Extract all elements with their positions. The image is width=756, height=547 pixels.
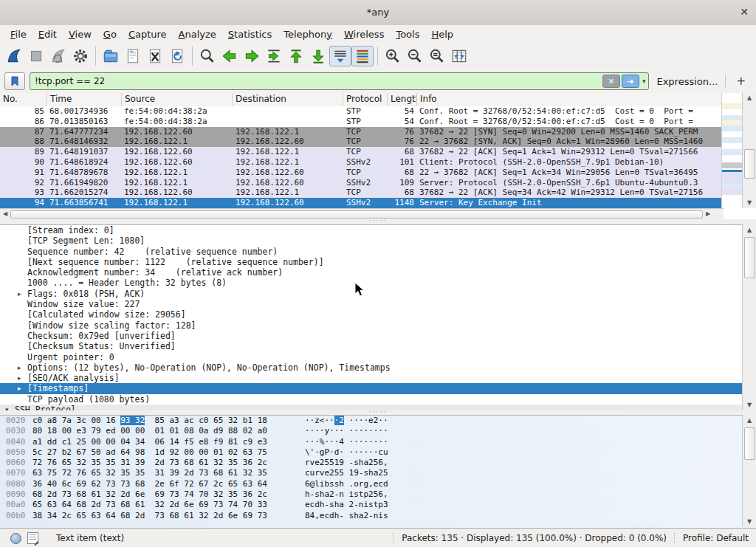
ascii-bytes[interactable]: 6@libssh .org,ecd bbox=[305, 479, 388, 489]
close-file-icon[interactable] bbox=[144, 45, 166, 67]
detail-line[interactable]: [TCP Segment Len: 1080] bbox=[0, 235, 743, 246]
menu-help[interactable]: Help bbox=[425, 27, 459, 41]
collapsed-arrow-icon[interactable]: ▸ bbox=[18, 289, 25, 299]
detail-line[interactable]: Sequence number: 42 (relative sequence n… bbox=[0, 247, 743, 257]
resize-columns-icon[interactable] bbox=[448, 45, 470, 67]
hex-bytes[interactable]: a1 dd c1 25 00 00 04 34 06 14 f5 e8 f9 8… bbox=[32, 437, 267, 447]
detail-line[interactable]: [Checksum Status: Unverified] bbox=[0, 341, 743, 351]
collapsed-arrow-icon[interactable]: ▸ bbox=[18, 373, 25, 383]
scroll-up-icon[interactable]: ▲ bbox=[743, 93, 756, 103]
hex-bytes[interactable]: 68 2d 73 68 61 32 2d 6e 69 73 74 70 32 3… bbox=[32, 489, 267, 500]
colorize-icon[interactable] bbox=[351, 46, 374, 66]
menu-capture[interactable]: Capture bbox=[123, 27, 173, 41]
scroll-up-icon[interactable]: ▲ bbox=[743, 225, 756, 235]
zoom-in-icon[interactable] bbox=[382, 45, 404, 67]
hex-row[interactable]: 008036 40 6c 69 62 73 73 68 2e 6f 72 67 … bbox=[0, 479, 743, 489]
collapsed-arrow-icon[interactable]: ▸ bbox=[18, 383, 25, 393]
expert-info-icon[interactable] bbox=[10, 533, 21, 544]
go-first-icon[interactable] bbox=[285, 45, 307, 67]
ascii-bytes[interactable]: rve25519 -sha256, bbox=[305, 458, 388, 468]
hex-bytes[interactable]: c0 a8 7a 3c 00 16 93 32 85 a3 ac c0 65 3… bbox=[32, 416, 267, 426]
go-last-icon[interactable] bbox=[307, 45, 329, 67]
detail-line[interactable]: [Calculated window size: 29056] bbox=[0, 309, 743, 320]
menu-go[interactable]: Go bbox=[97, 27, 123, 41]
filter-dropdown-caret-icon[interactable]: ▾ bbox=[642, 78, 646, 85]
hex-row[interactable]: 00b038 34 2c 65 63 64 68 2d 73 68 61 32 … bbox=[0, 511, 743, 521]
menu-wireless[interactable]: Wireless bbox=[338, 27, 390, 41]
pane-splitter-top[interactable]: ····· bbox=[0, 219, 756, 224]
hex-bytes[interactable]: 65 63 64 68 2d 73 68 61 32 2d 6e 69 73 7… bbox=[32, 500, 267, 510]
auto-scroll-icon[interactable] bbox=[329, 46, 351, 66]
packet-row[interactable]: 9271.661949820192.168.122.1192.168.122.6… bbox=[0, 178, 722, 188]
packet-row[interactable]: 9471.663856741192.168.122.1192.168.122.6… bbox=[0, 198, 722, 208]
ascii-bytes[interactable]: ··z<···2 ····e2·· bbox=[305, 416, 388, 426]
restart-capture-icon[interactable] bbox=[47, 45, 69, 67]
capture-comment-icon[interactable] bbox=[27, 532, 38, 544]
menu-file[interactable]: File bbox=[4, 27, 32, 41]
hex-row[interactable]: 00a065 63 64 68 2d 73 68 61 32 2d 6e 69 … bbox=[0, 500, 743, 510]
hex-row[interactable]: 0040a1 dd c1 25 00 00 04 34 06 14 f5 e8 … bbox=[0, 437, 743, 447]
hscrollbar-thumb[interactable] bbox=[10, 210, 703, 219]
packet-list-vscrollbar[interactable]: ▲ ▼ bbox=[742, 93, 756, 208]
scroll-down-icon[interactable]: ▼ bbox=[743, 517, 756, 527]
hex-bytes[interactable]: 5c 27 b2 67 50 ad 64 98 1d 92 00 00 01 0… bbox=[32, 447, 267, 458]
scroll-right-icon[interactable]: ▶ bbox=[703, 209, 713, 219]
hex-bytes[interactable]: 80 18 00 e3 79 ed 00 00 01 01 08 0a d9 8… bbox=[32, 426, 267, 436]
hex-bytes[interactable]: 36 40 6c 69 62 73 73 68 2e 6f 72 67 2c 6… bbox=[32, 479, 267, 489]
details-vscrollbar[interactable]: ▲ ▼ bbox=[742, 225, 756, 410]
packet-row[interactable]: 8771.647777234192.168.122.60192.168.122.… bbox=[0, 127, 722, 137]
menu-edit[interactable]: Edit bbox=[32, 27, 63, 41]
vscrollbar-thumb[interactable] bbox=[744, 427, 755, 460]
ascii-bytes[interactable]: ecdh-sha 2-nistp3 bbox=[305, 500, 388, 510]
scroll-up-icon[interactable]: ▲ bbox=[743, 416, 756, 426]
bytes-vscrollbar[interactable]: ▲ ▼ bbox=[742, 416, 756, 527]
hex-bytes[interactable]: 72 76 65 32 35 35 31 39 2d 73 68 61 32 3… bbox=[32, 458, 267, 468]
menu-analyze[interactable]: Analyze bbox=[173, 27, 222, 41]
detail-line[interactable]: Window size value: 227 bbox=[0, 299, 743, 309]
ascii-bytes[interactable]: h-sha2-n istp256, bbox=[305, 489, 388, 500]
menu-statistics[interactable]: Statistics bbox=[222, 27, 278, 41]
packet-row[interactable]: 8670.013850163fe:54:00:d4:38:2aSTP54Conf… bbox=[0, 117, 722, 127]
packet-row[interactable]: 8568.001734936fe:54:00:d4:38:2aSTP54Conf… bbox=[0, 106, 722, 117]
hex-bytes[interactable]: 63 75 72 76 65 32 35 35 31 39 2d 73 68 6… bbox=[32, 468, 267, 478]
go-forward-icon[interactable] bbox=[241, 45, 263, 67]
reload-file-icon[interactable] bbox=[166, 45, 188, 67]
capture-options-icon[interactable] bbox=[69, 45, 92, 67]
column-header-destination[interactable]: Destination bbox=[233, 93, 343, 106]
detail-line[interactable]: Acknowledgment number: 34 (relative ack … bbox=[0, 267, 743, 278]
menu-view[interactable]: View bbox=[63, 27, 97, 41]
collapsed-arrow-icon[interactable]: ▸ bbox=[18, 362, 25, 373]
expression-button[interactable]: Expression... bbox=[653, 76, 721, 87]
vscrollbar-thumb[interactable] bbox=[744, 149, 755, 179]
ascii-bytes[interactable]: 84,ecdh- sha2-nis bbox=[305, 511, 388, 521]
save-file-icon[interactable] bbox=[122, 45, 144, 67]
packet-row[interactable]: 9071.648618924192.168.122.60192.168.122.… bbox=[0, 157, 722, 168]
packet-row[interactable]: 9171.648789678192.168.122.1192.168.122.6… bbox=[0, 168, 722, 178]
hex-row[interactable]: 00505c 27 b2 67 50 ad 64 98 1d 92 00 00 … bbox=[0, 447, 743, 458]
detail-line[interactable]: ▸[SEQ/ACK analysis] bbox=[0, 373, 743, 383]
detail-line[interactable]: Checksum: 0x79ed [unverified] bbox=[0, 331, 743, 341]
packet-row[interactable]: 8971.648191037192.168.122.60192.168.122.… bbox=[0, 147, 722, 157]
hex-row[interactable]: 009068 2d 73 68 61 32 2d 6e 69 73 74 70 … bbox=[0, 489, 743, 500]
detail-line[interactable]: ▸[Timestamps] bbox=[0, 383, 743, 393]
hex-bytes[interactable]: 38 34 2c 65 63 64 68 2d 73 68 61 32 2d 6… bbox=[32, 511, 267, 521]
zoom-out-icon[interactable] bbox=[404, 45, 426, 67]
intelligent-scrollbar-minimap[interactable] bbox=[721, 93, 743, 208]
stop-capture-icon[interactable] bbox=[25, 45, 47, 67]
column-header-time[interactable]: Time bbox=[47, 93, 122, 106]
filter-clear-button[interactable]: ✕ bbox=[602, 75, 620, 88]
hex-row[interactable]: 007063 75 72 76 65 32 35 35 31 39 2d 73 … bbox=[0, 468, 743, 478]
column-header-length[interactable]: Length bbox=[388, 93, 417, 106]
filter-apply-button[interactable]: ➜ bbox=[622, 75, 639, 88]
column-header-info[interactable]: Info bbox=[417, 93, 722, 106]
find-packet-icon[interactable] bbox=[196, 45, 219, 67]
detail-line[interactable]: [Stream index: 0] bbox=[0, 225, 743, 235]
packet-list-hscrollbar[interactable]: ◀ ▶ bbox=[0, 208, 724, 219]
detail-line[interactable]: ▸Flags: 0x018 (PSH, ACK) bbox=[0, 289, 743, 299]
hex-selected-bytes[interactable]: 93 32 bbox=[120, 416, 145, 425]
add-filter-button[interactable]: + bbox=[730, 75, 752, 88]
close-window-button[interactable]: ✕ bbox=[740, 6, 749, 18]
profile-text[interactable]: Profile: Default bbox=[683, 533, 749, 543]
ascii-bytes[interactable]: ···%···4 ········ bbox=[305, 437, 388, 447]
hex-row[interactable]: 003080 18 00 e3 79 ed 00 00 01 01 08 0a … bbox=[0, 426, 743, 436]
